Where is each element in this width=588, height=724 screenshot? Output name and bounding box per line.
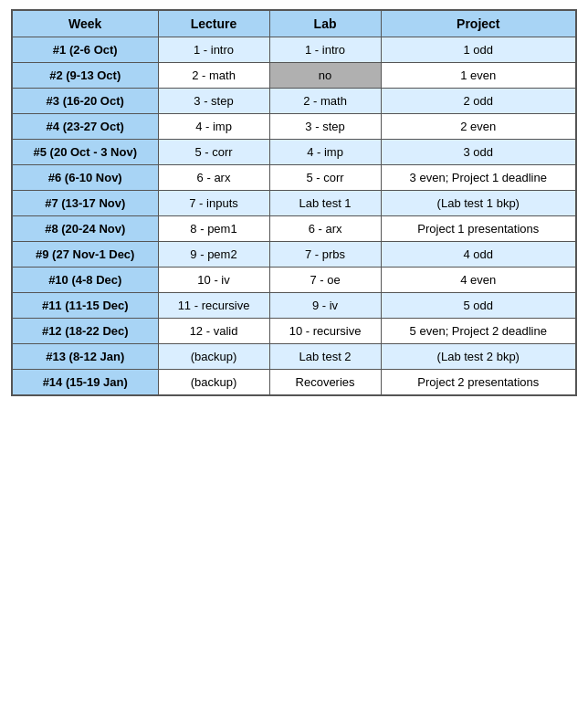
week-cell: #12 (18-22 Dec) <box>12 319 158 344</box>
project-cell: (Lab test 2 bkp) <box>381 344 576 370</box>
week-cell: #10 (4-8 Dec) <box>12 268 158 293</box>
week-cell: #6 (6-10 Nov) <box>12 165 158 191</box>
table-row: #9 (27 Nov-1 Dec)9 - pem27 - prbs4 odd <box>12 242 576 268</box>
table-row: #13 (8-12 Jan)(backup)Lab test 2(Lab tes… <box>12 344 576 370</box>
table-row: #6 (6-10 Nov)6 - arx5 - corr3 even; Proj… <box>12 165 576 191</box>
project-cell: 2 odd <box>381 89 576 114</box>
table-row: #2 (9-13 Oct)2 - mathno1 even <box>12 63 576 89</box>
lab-cell: Lab test 2 <box>269 344 381 370</box>
lecture-cell: 4 - imp <box>158 114 269 140</box>
lecture-cell: 5 - corr <box>158 140 269 165</box>
lab-cell: 9 - iv <box>269 293 381 319</box>
project-cell: 1 odd <box>381 37 576 63</box>
project-cell: Project 1 presentations <box>381 216 576 242</box>
project-cell: 4 odd <box>381 242 576 268</box>
lab-cell: 2 - math <box>269 89 381 114</box>
col-header-week: Week <box>12 10 158 37</box>
lab-cell: 1 - intro <box>269 37 381 63</box>
lab-cell: 6 - arx <box>269 216 381 242</box>
lecture-cell: 10 - iv <box>158 268 269 293</box>
week-cell: #5 (20 Oct - 3 Nov) <box>12 140 158 165</box>
week-cell: #4 (23-27 Oct) <box>12 114 158 140</box>
week-cell: #8 (20-24 Nov) <box>12 216 158 242</box>
project-cell: 3 odd <box>381 140 576 165</box>
week-cell: #9 (27 Nov-1 Dec) <box>12 242 158 268</box>
lab-cell: 4 - imp <box>269 140 381 165</box>
lab-cell: 3 - step <box>269 114 381 140</box>
lecture-cell: 6 - arx <box>158 165 269 191</box>
table-row: #14 (15-19 Jan)(backup)RecoveriesProject… <box>12 370 576 396</box>
table-row: #11 (11-15 Dec)11 - recursive9 - iv5 odd <box>12 293 576 319</box>
table-row: #10 (4-8 Dec)10 - iv7 - oe4 even <box>12 268 576 293</box>
project-cell: 3 even; Project 1 deadline <box>381 165 576 191</box>
week-cell: #7 (13-17 Nov) <box>12 191 158 216</box>
table-row: #4 (23-27 Oct)4 - imp3 - step2 even <box>12 114 576 140</box>
project-cell: 5 even; Project 2 deadline <box>381 319 576 344</box>
table-row: #3 (16-20 Oct)3 - step2 - math2 odd <box>12 89 576 114</box>
header-row: Week Lecture Lab Project <box>12 10 576 37</box>
lecture-cell: 3 - step <box>158 89 269 114</box>
lecture-cell: 8 - pem1 <box>158 216 269 242</box>
lab-cell: 7 - prbs <box>269 242 381 268</box>
project-cell: Project 2 presentations <box>381 370 576 396</box>
project-cell: 1 even <box>381 63 576 89</box>
table-row: #7 (13-17 Nov)7 - inputsLab test 1(Lab t… <box>12 191 576 216</box>
table-row: #5 (20 Oct - 3 Nov)5 - corr4 - imp3 odd <box>12 140 576 165</box>
lab-cell: Lab test 1 <box>269 191 381 216</box>
lab-cell: no <box>269 63 381 89</box>
project-cell: (Lab test 1 bkp) <box>381 191 576 216</box>
lecture-cell: 7 - inputs <box>158 191 269 216</box>
project-cell: 5 odd <box>381 293 576 319</box>
week-cell: #11 (11-15 Dec) <box>12 293 158 319</box>
week-cell: #13 (8-12 Jan) <box>12 344 158 370</box>
lecture-cell: 12 - valid <box>158 319 269 344</box>
col-header-lab: Lab <box>269 10 381 37</box>
lab-cell: 10 - recursive <box>269 319 381 344</box>
lab-cell: Recoveries <box>269 370 381 396</box>
lecture-cell: 2 - math <box>158 63 269 89</box>
week-cell: #1 (2-6 Oct) <box>12 37 158 63</box>
week-cell: #3 (16-20 Oct) <box>12 89 158 114</box>
week-cell: #2 (9-13 Oct) <box>12 63 158 89</box>
lab-cell: 5 - corr <box>269 165 381 191</box>
lab-cell: 7 - oe <box>269 268 381 293</box>
lecture-cell: 11 - recursive <box>158 293 269 319</box>
schedule-table: Week Lecture Lab Project #1 (2-6 Oct)1 -… <box>11 9 577 396</box>
table-row: #8 (20-24 Nov)8 - pem16 - arxProject 1 p… <box>12 216 576 242</box>
project-cell: 2 even <box>381 114 576 140</box>
lecture-cell: (backup) <box>158 344 269 370</box>
lecture-cell: (backup) <box>158 370 269 396</box>
lecture-cell: 1 - intro <box>158 37 269 63</box>
col-header-lecture: Lecture <box>158 10 269 37</box>
week-cell: #14 (15-19 Jan) <box>12 370 158 396</box>
table-row: #1 (2-6 Oct)1 - intro1 - intro1 odd <box>12 37 576 63</box>
col-header-project: Project <box>381 10 576 37</box>
project-cell: 4 even <box>381 268 576 293</box>
table-row: #12 (18-22 Dec)12 - valid10 - recursive5… <box>12 319 576 344</box>
lecture-cell: 9 - pem2 <box>158 242 269 268</box>
